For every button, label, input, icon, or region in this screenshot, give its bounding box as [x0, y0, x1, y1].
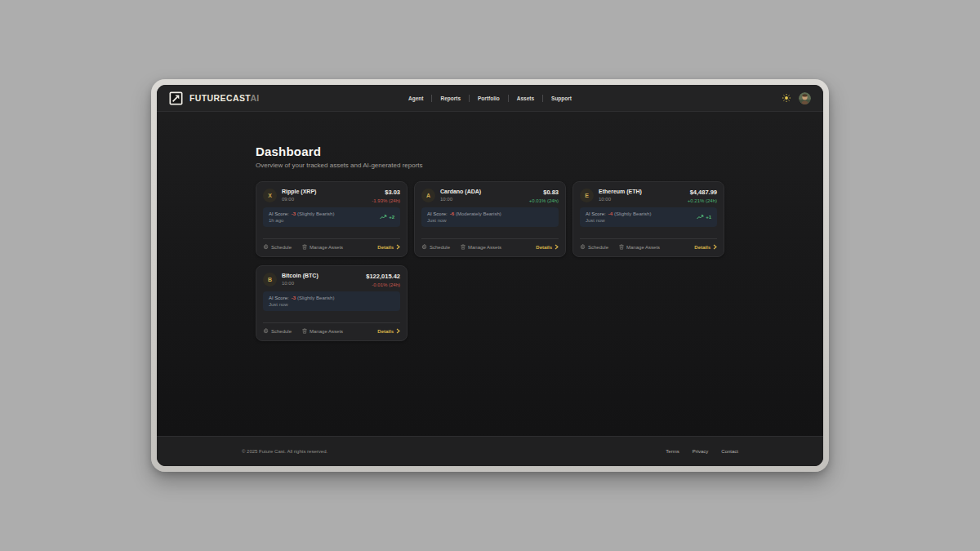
nav-item-support[interactable]: Support [543, 96, 580, 101]
asset-time: 10:00 [282, 281, 318, 286]
ai-trend: +2 [380, 215, 394, 220]
ai-score-box: AI Score:-4(Slightly Bearish) Just now +… [580, 207, 717, 228]
theme-toggle-button[interactable] [782, 94, 791, 102]
ai-score-label: AI Score: [427, 211, 448, 216]
copyright-text: © 2025 Future Cast. All rights reserved. [242, 449, 327, 454]
nav-item-portfolio[interactable]: Portfolio [470, 96, 508, 101]
card-divider [421, 238, 559, 239]
schedule-button[interactable]: Schedule [580, 244, 608, 250]
asset-time: 10:00 [599, 197, 642, 202]
schedule-button[interactable]: Schedule [263, 244, 292, 250]
asset-name: Ripple (XRP) [282, 189, 316, 194]
card-divider [263, 238, 400, 239]
schedule-button[interactable]: Schedule [263, 328, 292, 334]
footer-links: Terms Privacy Contact [666, 449, 738, 454]
manage-assets-button[interactable]: Manage Assets [619, 244, 660, 250]
gear-icon [580, 244, 586, 250]
nav-item-reports[interactable]: Reports [432, 96, 469, 101]
manage-assets-button[interactable]: Manage Assets [302, 244, 343, 250]
asset-name: Ethereum (ETH) [599, 189, 642, 194]
app-footer: © 2025 Future Cast. All rights reserved.… [157, 436, 823, 466]
asset-price: $122,015.42 [366, 273, 400, 280]
asset-change: -0.01% (24h) [366, 282, 400, 287]
gear-icon [263, 244, 269, 250]
asset-time: 10:00 [440, 197, 481, 202]
ai-updated: 1h ago [269, 218, 334, 223]
ai-score-value: -4 [608, 211, 612, 216]
ai-score-label: AI Score: [269, 295, 289, 300]
nav-item-agent[interactable]: Agent [400, 96, 431, 101]
trending-up-icon [380, 215, 387, 220]
user-avatar[interactable] [799, 92, 811, 104]
asset-card-cardano: A Cardano (ADA) 10:00 $0.83 +0.01% (24h) [414, 181, 566, 257]
ai-trend-value: +1 [706, 215, 711, 220]
manage-assets-button[interactable]: Manage Assets [302, 328, 343, 334]
asset-card-ripple: X Ripple (XRP) 09:00 $3.03 -1.93% (24h) [256, 181, 408, 257]
manage-assets-button[interactable]: Manage Assets [461, 244, 501, 250]
ai-sentiment: (Slightly Bearish) [297, 211, 334, 216]
trash-icon [302, 328, 307, 334]
gear-icon [421, 244, 427, 250]
arrow-up-right-box-icon [169, 91, 183, 105]
asset-price: $0.83 [529, 189, 559, 196]
page-subtitle: Overview of your tracked assets and AI-g… [256, 162, 724, 169]
schedule-button[interactable]: Schedule [421, 244, 450, 250]
trash-icon [302, 244, 307, 250]
details-button[interactable]: Details [536, 244, 559, 250]
app-window: FUTURECASTAI Agent Reports Portfolio Ass… [151, 79, 829, 472]
asset-change: +0.01% (24h) [529, 198, 559, 203]
asset-name: Bitcoin (BTC) [282, 273, 318, 278]
ai-trend-value: +2 [389, 215, 394, 220]
gear-icon [263, 328, 269, 334]
ai-updated: Just now [427, 218, 501, 223]
trending-up-icon [697, 215, 704, 220]
asset-card-ethereum: E Ethereum (ETH) 10:00 $4,487.99 +0.21% … [572, 181, 724, 257]
footer-link-contact[interactable]: Contact [721, 449, 738, 454]
sun-icon [782, 94, 791, 102]
ai-score-label: AI Score: [269, 211, 289, 216]
brand-suffix: AI [250, 93, 259, 103]
chevron-right-icon [713, 244, 717, 250]
ai-sentiment: (Slightly Bearish) [614, 211, 651, 216]
brand-name: FUTURECASTAI [189, 93, 260, 103]
nav-item-assets[interactable]: Assets [509, 96, 542, 101]
details-button[interactable]: Details [694, 244, 717, 250]
ai-score-value: -3 [292, 211, 296, 216]
details-button[interactable]: Details [377, 244, 400, 250]
footer-link-terms[interactable]: Terms [666, 449, 679, 454]
trash-icon [619, 244, 624, 250]
asset-price: $4,487.99 [688, 189, 717, 196]
ai-updated: Just now [269, 302, 334, 307]
asset-icon: E [580, 189, 594, 202]
ai-score-value: -6 [450, 211, 454, 216]
asset-icon: X [263, 189, 277, 202]
brand: FUTURECASTAI [169, 91, 260, 105]
ai-score-box: AI Score:-3(Slightly Bearish) Just now [263, 291, 400, 312]
ai-score-value: -3 [292, 295, 296, 300]
chevron-right-icon [555, 244, 559, 250]
ai-score-box: AI Score:-6(Moderately Bearish) Just now [421, 207, 559, 228]
chevron-right-icon [396, 328, 400, 334]
chevron-right-icon [396, 244, 400, 250]
ai-trend: +1 [697, 215, 711, 220]
ai-sentiment: (Slightly Bearish) [297, 295, 334, 300]
asset-card-bitcoin: B Bitcoin (BTC) 10:00 $122,015.42 -0.01%… [256, 265, 408, 341]
ai-updated: Just now [586, 218, 651, 223]
app-header: FUTURECASTAI Agent Reports Portfolio Ass… [157, 85, 823, 112]
card-divider [263, 322, 400, 323]
asset-card-grid: X Ripple (XRP) 09:00 $3.03 -1.93% (24h) [256, 181, 724, 341]
app-screen: FUTURECASTAI Agent Reports Portfolio Ass… [157, 85, 823, 466]
trash-icon [461, 244, 466, 250]
details-button[interactable]: Details [377, 328, 400, 334]
footer-link-privacy[interactable]: Privacy [693, 449, 709, 454]
asset-time: 09:00 [282, 197, 316, 202]
asset-icon: B [263, 273, 277, 287]
ai-sentiment: (Moderately Bearish) [456, 211, 501, 216]
asset-icon: A [421, 189, 435, 202]
page-title: Dashboard [256, 144, 724, 158]
asset-name: Cardano (ADA) [440, 189, 481, 194]
asset-change: +0.21% (24h) [688, 198, 717, 203]
main-content: Dashboard Overview of your tracked asset… [157, 112, 823, 436]
header-actions [782, 92, 811, 104]
asset-change: -1.93% (24h) [372, 198, 400, 203]
